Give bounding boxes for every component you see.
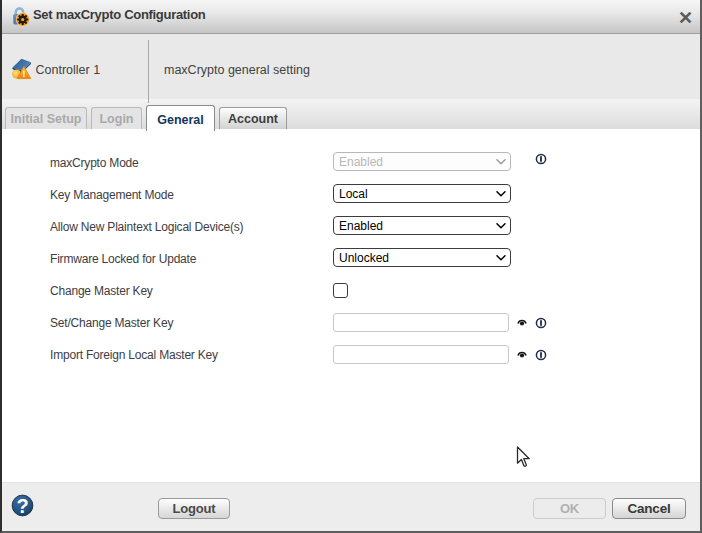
svg-text:!: ! (23, 69, 26, 79)
svg-text:?: ? (17, 495, 29, 517)
